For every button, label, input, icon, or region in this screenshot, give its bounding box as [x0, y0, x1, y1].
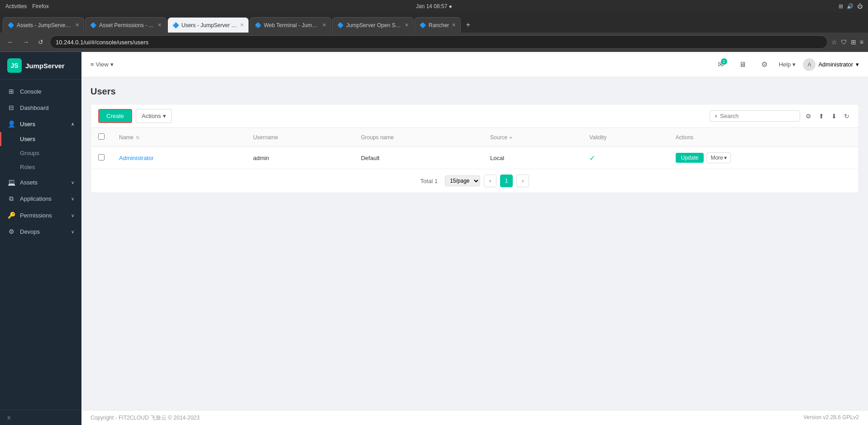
tab-asset-permissions[interactable]: 🔷 Asset Permissions - Jump... ✕	[85, 17, 167, 33]
tab-rancher[interactable]: 🔷 Rancher ✕	[415, 17, 461, 33]
username-label: Administrator	[818, 61, 853, 68]
cell-source: Local	[483, 147, 582, 169]
permissions-icon: 🔑	[7, 212, 15, 219]
select-all-checkbox[interactable]	[98, 133, 105, 140]
update-button[interactable]: Update	[676, 153, 704, 163]
sidebar-item-groups[interactable]: Groups	[0, 146, 81, 160]
tab-label-rancher: Rancher	[429, 22, 449, 28]
power-icon[interactable]: ⏻	[857, 3, 863, 9]
monitor-button[interactable]: 🖥	[735, 57, 750, 72]
user-name-link[interactable]: Administrator	[119, 155, 154, 161]
tab-close-jumpserver[interactable]: ✕	[405, 22, 409, 28]
sidebar-item-permissions[interactable]: 🔑 Permissions ∨	[0, 207, 81, 223]
column-header-validity: Validity	[582, 128, 668, 147]
sidebar-item-dashboard[interactable]: ⊟ Dashboard	[0, 99, 81, 116]
next-page-button[interactable]: ›	[516, 175, 529, 187]
tab-users[interactable]: 🔷 Users - JumpServer Open... ✕	[167, 17, 249, 33]
applications-icon: ⧉	[7, 195, 15, 203]
tab-close-permissions[interactable]: ✕	[157, 22, 162, 28]
tab-assets[interactable]: 🔷 Assets - JumpServer Ope... ✕	[3, 17, 84, 33]
view-label: View	[96, 61, 109, 68]
search-box[interactable]: ▾	[710, 110, 800, 122]
browser-chrome: 🔷 Assets - JumpServer Ope... ✕ 🔷 Asset P…	[0, 13, 868, 52]
cell-username: admin	[246, 147, 353, 169]
app-header: ≡ View ▾ ✉ 1 🖥 ⚙ Help ▾ A Administr	[81, 52, 868, 77]
users-icon: 👤	[7, 120, 15, 128]
source-filter-icon[interactable]: ▾	[510, 135, 512, 140]
devops-icon: ⚙	[7, 228, 15, 235]
tab-jumpserver[interactable]: 🔷 JumpServer Open Source... ✕	[332, 17, 414, 33]
export-icon[interactable]: ⬆	[817, 111, 826, 122]
bookmark-icon[interactable]: ☆	[831, 38, 837, 46]
tab-close-assets[interactable]: ✕	[75, 22, 79, 28]
notification-button[interactable]: ✉ 1	[714, 57, 728, 72]
row-checkbox[interactable]	[98, 154, 105, 161]
app-layout: JS JumpServer ⊞ Console ⊟ Dashboard	[0, 52, 868, 425]
sidebar-item-users-parent[interactable]: 👤 Users ∧	[0, 116, 81, 132]
firefox-label[interactable]: Firefox	[32, 3, 49, 9]
user-chevron-icon: ▾	[856, 61, 859, 68]
extension-icon[interactable]: ⊞	[851, 38, 856, 46]
import-icon[interactable]: ⬇	[830, 111, 839, 122]
user-button[interactable]: A Administrator ▾	[803, 58, 859, 71]
table-container: Name ⇅ Username Groups name Source ▾ Val…	[91, 128, 859, 193]
sidebar-logo: JS JumpServer	[0, 52, 81, 80]
search-input[interactable]	[720, 113, 795, 119]
assets-chevron-icon: ∨	[71, 180, 74, 185]
activities-label[interactable]: Activities	[5, 3, 27, 9]
refresh-icon[interactable]: ↻	[842, 111, 851, 122]
back-button[interactable]: ←	[5, 37, 16, 47]
sidebar-item-applications[interactable]: ⧉ Applications ∨	[0, 190, 81, 207]
sidebar-item-label-applications: Applications	[20, 195, 52, 202]
tab-web-terminal[interactable]: 🔷 Web Terminal - JumpSer... ✕	[250, 17, 331, 33]
name-sort-icon[interactable]: ⇅	[136, 135, 139, 140]
page-size-select[interactable]: 15/page 30/page 50/page	[445, 175, 480, 186]
users-chevron-icon: ∧	[71, 122, 74, 127]
tab-label-users: Users - JumpServer Open...	[181, 22, 237, 28]
settings-button[interactable]: ⚙	[757, 57, 772, 72]
tab-label-assets: Assets - JumpServer Ope...	[17, 22, 72, 28]
pagination-row: Total 1 15/page 30/page 50/page ‹ 1 ›	[91, 169, 858, 193]
sidebar-subitem-label-roles: Roles	[20, 164, 35, 170]
tab-close-users[interactable]: ✕	[240, 22, 244, 28]
page-1-button[interactable]: 1	[500, 175, 513, 187]
menu-icon[interactable]: ≡	[860, 38, 863, 46]
sidebar-item-roles[interactable]: Roles	[0, 160, 81, 174]
header-left: ≡ View ▾	[91, 61, 114, 68]
create-button[interactable]: Create	[98, 109, 132, 123]
address-input[interactable]	[50, 35, 828, 49]
new-tab-button[interactable]: +	[462, 17, 474, 33]
sidebar-item-users[interactable]: Users	[0, 132, 81, 146]
reload-button[interactable]: ↺	[35, 37, 46, 47]
cell-groups: Default	[353, 147, 483, 169]
tab-close-terminal[interactable]: ✕	[322, 22, 326, 28]
logo-icon: JS	[7, 58, 22, 73]
prev-page-button[interactable]: ‹	[484, 175, 496, 187]
view-button[interactable]: ≡ View ▾	[91, 61, 114, 68]
sidebar-item-console[interactable]: ⊞ Console	[0, 83, 81, 99]
more-button[interactable]: More ▾	[706, 152, 730, 163]
view-chevron-icon: ▾	[110, 61, 114, 68]
sidebar-item-label-users: Users	[20, 121, 35, 128]
sidebar-item-label-devops: Devops	[20, 228, 40, 235]
sidebar-menu-icon[interactable]: ≡	[7, 415, 10, 421]
more-chevron-icon: ▾	[724, 155, 727, 161]
tab-label-terminal: Web Terminal - JumpSer...	[264, 22, 320, 28]
view-icon: ≡	[91, 61, 94, 68]
column-settings-icon[interactable]: ⚙	[804, 111, 813, 122]
forward-button[interactable]: →	[20, 37, 32, 47]
actions-button[interactable]: Actions ▾	[136, 109, 172, 123]
sidebar-nav: ⊞ Console ⊟ Dashboard 👤 Users ∧	[0, 80, 81, 410]
address-bar-row: ← → ↺ ☆ 🛡 ⊞ ≡	[0, 33, 868, 52]
sidebar-item-assets[interactable]: 💻 Assets ∨	[0, 174, 81, 190]
network-icon[interactable]: ⊞	[839, 3, 843, 9]
page-title: Users	[91, 86, 859, 97]
tab-favicon-assets: 🔷	[8, 22, 14, 28]
help-button[interactable]: Help ▾	[779, 61, 796, 68]
shield-icon[interactable]: 🛡	[841, 38, 847, 46]
os-bar-left: Activities Firefox	[5, 3, 49, 9]
volume-icon[interactable]: 🔊	[847, 3, 854, 9]
dashboard-icon: ⊟	[7, 104, 15, 111]
tab-close-rancher[interactable]: ✕	[452, 22, 456, 28]
sidebar-item-devops[interactable]: ⚙ Devops ∨	[0, 223, 81, 240]
